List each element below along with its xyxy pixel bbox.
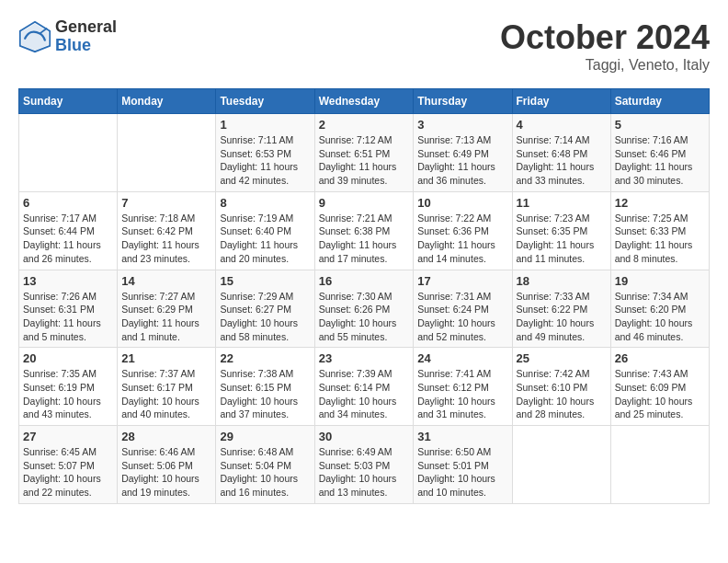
day-info: Sunrise: 7:30 AMSunset: 6:26 PMDaylight:… bbox=[319, 290, 410, 344]
day-number: 30 bbox=[319, 430, 410, 443]
day-info: Sunrise: 7:35 AMSunset: 6:19 PMDaylight:… bbox=[23, 367, 113, 421]
day-number: 21 bbox=[121, 351, 211, 365]
week-row-1: 1Sunrise: 7:11 AMSunset: 6:53 PMDaylight… bbox=[19, 114, 710, 192]
calendar-cell: 6Sunrise: 7:17 AMSunset: 6:44 PMDaylight… bbox=[19, 191, 118, 270]
calendar-cell bbox=[610, 426, 709, 504]
day-info: Sunrise: 7:12 AMSunset: 6:51 PMDaylight:… bbox=[319, 133, 410, 188]
calendar-cell: 8Sunrise: 7:19 AMSunset: 6:40 PMDaylight… bbox=[216, 191, 314, 270]
day-info: Sunrise: 7:26 AMSunset: 6:31 PMDaylight:… bbox=[23, 290, 113, 344]
week-row-5: 27Sunrise: 6:45 AMSunset: 5:07 PMDayligh… bbox=[19, 426, 710, 504]
day-info: Sunrise: 7:13 AMSunset: 6:49 PMDaylight:… bbox=[417, 133, 507, 188]
calendar-cell: 1Sunrise: 7:11 AMSunset: 6:53 PMDaylight… bbox=[216, 114, 314, 192]
day-info: Sunrise: 6:48 AMSunset: 5:04 PMDaylight:… bbox=[220, 445, 310, 500]
weekday-header-wednesday: Wednesday bbox=[314, 89, 414, 114]
day-number: 4 bbox=[517, 118, 607, 132]
day-number: 15 bbox=[220, 274, 310, 288]
day-number: 18 bbox=[517, 274, 607, 288]
calendar-cell: 30Sunrise: 6:49 AMSunset: 5:03 PMDayligh… bbox=[314, 426, 414, 504]
calendar-cell: 5Sunrise: 7:16 AMSunset: 6:46 PMDaylight… bbox=[610, 114, 709, 192]
day-number: 19 bbox=[615, 274, 705, 288]
calendar-cell: 31Sunrise: 6:50 AMSunset: 5:01 PMDayligh… bbox=[414, 426, 512, 504]
day-number: 1 bbox=[220, 118, 310, 132]
day-number: 22 bbox=[220, 351, 310, 365]
week-row-3: 13Sunrise: 7:26 AMSunset: 6:31 PMDayligh… bbox=[19, 270, 710, 348]
day-info: Sunrise: 7:34 AMSunset: 6:20 PMDaylight:… bbox=[615, 290, 705, 344]
day-info: Sunrise: 6:46 AMSunset: 5:06 PMDaylight:… bbox=[121, 445, 211, 500]
calendar-cell: 17Sunrise: 7:31 AMSunset: 6:24 PMDayligh… bbox=[414, 270, 512, 348]
day-number: 13 bbox=[23, 274, 113, 288]
day-number: 7 bbox=[121, 196, 211, 210]
weekday-header-row: SundayMondayTuesdayWednesdayThursdayFrid… bbox=[19, 89, 710, 114]
calendar-table: SundayMondayTuesdayWednesdayThursdayFrid… bbox=[18, 88, 710, 504]
week-row-2: 6Sunrise: 7:17 AMSunset: 6:44 PMDaylight… bbox=[19, 191, 710, 270]
day-info: Sunrise: 7:19 AMSunset: 6:40 PMDaylight:… bbox=[220, 212, 310, 266]
day-info: Sunrise: 7:23 AMSunset: 6:35 PMDaylight:… bbox=[517, 212, 607, 266]
calendar-cell: 18Sunrise: 7:33 AMSunset: 6:22 PMDayligh… bbox=[512, 270, 610, 348]
calendar-cell: 19Sunrise: 7:34 AMSunset: 6:20 PMDayligh… bbox=[610, 270, 709, 348]
calendar-cell: 12Sunrise: 7:25 AMSunset: 6:33 PMDayligh… bbox=[610, 191, 709, 270]
day-number: 12 bbox=[615, 196, 705, 210]
calendar-cell: 15Sunrise: 7:29 AMSunset: 6:27 PMDayligh… bbox=[216, 270, 314, 348]
day-number: 14 bbox=[121, 274, 211, 288]
calendar-cell: 14Sunrise: 7:27 AMSunset: 6:29 PMDayligh… bbox=[118, 270, 216, 348]
day-number: 3 bbox=[417, 118, 507, 132]
calendar-cell: 9Sunrise: 7:21 AMSunset: 6:38 PMDaylight… bbox=[314, 191, 414, 270]
day-number: 16 bbox=[319, 274, 410, 288]
day-info: Sunrise: 7:38 AMSunset: 6:15 PMDaylight:… bbox=[220, 367, 310, 421]
day-number: 23 bbox=[319, 351, 410, 365]
day-info: Sunrise: 6:45 AMSunset: 5:07 PMDaylight:… bbox=[23, 445, 113, 500]
weekday-header-tuesday: Tuesday bbox=[216, 89, 314, 114]
day-number: 29 bbox=[220, 430, 310, 443]
calendar-cell bbox=[19, 114, 118, 192]
day-info: Sunrise: 7:33 AMSunset: 6:22 PMDaylight:… bbox=[517, 290, 607, 344]
day-info: Sunrise: 7:18 AMSunset: 6:42 PMDaylight:… bbox=[121, 212, 211, 266]
day-number: 17 bbox=[417, 274, 507, 288]
day-info: Sunrise: 7:21 AMSunset: 6:38 PMDaylight:… bbox=[319, 212, 410, 266]
page-header: General Blue October 2024 Taggi, Veneto,… bbox=[18, 18, 710, 74]
calendar-cell: 25Sunrise: 7:42 AMSunset: 6:10 PMDayligh… bbox=[512, 348, 610, 426]
day-info: Sunrise: 7:27 AMSunset: 6:29 PMDaylight:… bbox=[121, 290, 211, 344]
calendar-cell: 11Sunrise: 7:23 AMSunset: 6:35 PMDayligh… bbox=[512, 191, 610, 270]
day-number: 6 bbox=[23, 196, 113, 210]
logo-icon bbox=[18, 20, 51, 53]
calendar-cell: 28Sunrise: 6:46 AMSunset: 5:06 PMDayligh… bbox=[118, 426, 216, 504]
calendar-cell: 10Sunrise: 7:22 AMSunset: 6:36 PMDayligh… bbox=[414, 191, 512, 270]
day-info: Sunrise: 7:29 AMSunset: 6:27 PMDaylight:… bbox=[220, 290, 310, 344]
day-number: 26 bbox=[615, 351, 705, 365]
month-title: October 2024 bbox=[500, 18, 710, 57]
calendar-cell: 2Sunrise: 7:12 AMSunset: 6:51 PMDaylight… bbox=[314, 114, 414, 192]
calendar-cell bbox=[118, 114, 216, 192]
day-number: 24 bbox=[417, 351, 507, 365]
weekday-header-saturday: Saturday bbox=[610, 89, 709, 114]
day-info: Sunrise: 7:42 AMSunset: 6:10 PMDaylight:… bbox=[517, 367, 607, 421]
week-row-4: 20Sunrise: 7:35 AMSunset: 6:19 PMDayligh… bbox=[19, 348, 710, 426]
day-number: 9 bbox=[319, 196, 410, 210]
weekday-header-monday: Monday bbox=[118, 89, 216, 114]
day-number: 27 bbox=[23, 430, 113, 443]
day-info: Sunrise: 7:16 AMSunset: 6:46 PMDaylight:… bbox=[615, 133, 705, 188]
calendar-cell: 13Sunrise: 7:26 AMSunset: 6:31 PMDayligh… bbox=[19, 270, 118, 348]
weekday-header-sunday: Sunday bbox=[19, 89, 118, 114]
weekday-header-thursday: Thursday bbox=[414, 89, 512, 114]
day-number: 10 bbox=[417, 196, 507, 210]
calendar-cell: 4Sunrise: 7:14 AMSunset: 6:48 PMDaylight… bbox=[512, 114, 610, 192]
calendar-cell: 24Sunrise: 7:41 AMSunset: 6:12 PMDayligh… bbox=[414, 348, 512, 426]
day-number: 25 bbox=[517, 351, 607, 365]
logo: General Blue bbox=[18, 18, 117, 55]
calendar-cell: 20Sunrise: 7:35 AMSunset: 6:19 PMDayligh… bbox=[19, 348, 118, 426]
day-info: Sunrise: 7:41 AMSunset: 6:12 PMDaylight:… bbox=[417, 367, 507, 421]
day-info: Sunrise: 7:39 AMSunset: 6:14 PMDaylight:… bbox=[319, 367, 410, 421]
day-number: 2 bbox=[319, 118, 410, 132]
day-info: Sunrise: 7:11 AMSunset: 6:53 PMDaylight:… bbox=[220, 133, 310, 188]
day-info: Sunrise: 7:43 AMSunset: 6:09 PMDaylight:… bbox=[615, 367, 705, 421]
day-info: Sunrise: 7:22 AMSunset: 6:36 PMDaylight:… bbox=[417, 212, 507, 266]
title-section: October 2024 Taggi, Veneto, Italy bbox=[500, 18, 710, 74]
day-info: Sunrise: 6:49 AMSunset: 5:03 PMDaylight:… bbox=[319, 445, 410, 500]
day-number: 8 bbox=[220, 196, 310, 210]
day-info: Sunrise: 7:25 AMSunset: 6:33 PMDaylight:… bbox=[615, 212, 705, 266]
calendar-cell: 27Sunrise: 6:45 AMSunset: 5:07 PMDayligh… bbox=[19, 426, 118, 504]
day-info: Sunrise: 7:31 AMSunset: 6:24 PMDaylight:… bbox=[417, 290, 507, 344]
location: Taggi, Veneto, Italy bbox=[500, 57, 710, 74]
calendar-cell: 7Sunrise: 7:18 AMSunset: 6:42 PMDaylight… bbox=[118, 191, 216, 270]
logo-blue: Blue bbox=[55, 37, 117, 55]
